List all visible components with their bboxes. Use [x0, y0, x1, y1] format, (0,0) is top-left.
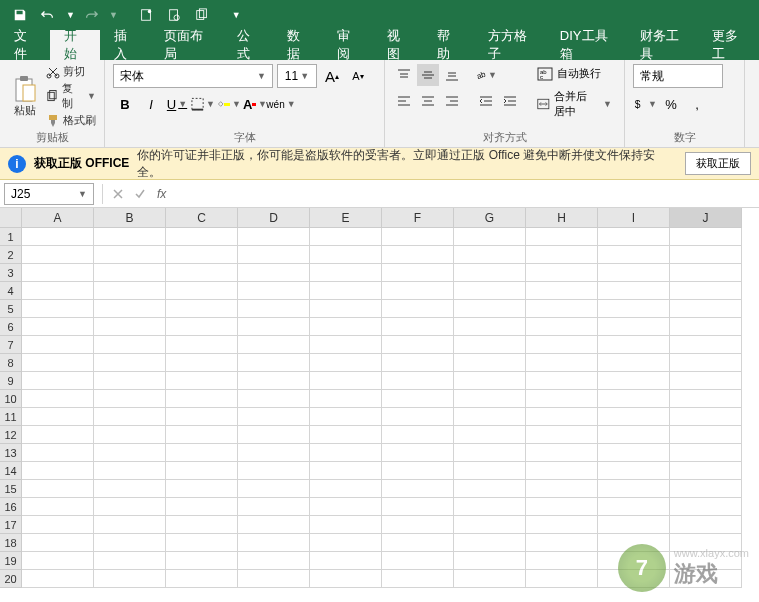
cell-H12[interactable] — [526, 426, 598, 444]
row-header-20[interactable]: 20 — [0, 570, 22, 588]
cell-H1[interactable] — [526, 228, 598, 246]
cell-E18[interactable] — [310, 534, 382, 552]
cell-A10[interactable] — [22, 390, 94, 408]
cell-D19[interactable] — [238, 552, 310, 570]
cell-A7[interactable] — [22, 336, 94, 354]
cell-D18[interactable] — [238, 534, 310, 552]
cell-J14[interactable] — [670, 462, 742, 480]
cell-E16[interactable] — [310, 498, 382, 516]
increase-indent-button[interactable] — [499, 90, 521, 112]
row-header-17[interactable]: 17 — [0, 516, 22, 534]
cell-I2[interactable] — [598, 246, 670, 264]
cell-E10[interactable] — [310, 390, 382, 408]
row-header-10[interactable]: 10 — [0, 390, 22, 408]
cell-I7[interactable] — [598, 336, 670, 354]
cell-B16[interactable] — [94, 498, 166, 516]
cell-B14[interactable] — [94, 462, 166, 480]
cell-E4[interactable] — [310, 282, 382, 300]
cell-H6[interactable] — [526, 318, 598, 336]
cell-G13[interactable] — [454, 444, 526, 462]
align-right-button[interactable] — [441, 90, 463, 112]
decrease-font-button[interactable]: A▾ — [347, 64, 369, 88]
cell-J16[interactable] — [670, 498, 742, 516]
format-painter-button[interactable]: 格式刷 — [46, 113, 96, 128]
cell-F18[interactable] — [382, 534, 454, 552]
cell-B5[interactable] — [94, 300, 166, 318]
font-color-button[interactable]: A ▼ — [243, 92, 267, 116]
cell-H10[interactable] — [526, 390, 598, 408]
cell-D9[interactable] — [238, 372, 310, 390]
cell-J6[interactable] — [670, 318, 742, 336]
cell-J2[interactable] — [670, 246, 742, 264]
cell-G1[interactable] — [454, 228, 526, 246]
cell-F14[interactable] — [382, 462, 454, 480]
cell-A3[interactable] — [22, 264, 94, 282]
comma-button[interactable]: , — [685, 92, 709, 116]
border-button[interactable]: ▼ — [191, 92, 215, 116]
cell-E11[interactable] — [310, 408, 382, 426]
cell-G20[interactable] — [454, 570, 526, 588]
cell-A16[interactable] — [22, 498, 94, 516]
row-header-19[interactable]: 19 — [0, 552, 22, 570]
row-header-6[interactable]: 6 — [0, 318, 22, 336]
cell-A20[interactable] — [22, 570, 94, 588]
cell-B18[interactable] — [94, 534, 166, 552]
cell-F3[interactable] — [382, 264, 454, 282]
cell-B1[interactable] — [94, 228, 166, 246]
cell-C9[interactable] — [166, 372, 238, 390]
cell-D4[interactable] — [238, 282, 310, 300]
tab-data[interactable]: 数据 — [273, 30, 323, 60]
qat-button-1[interactable] — [134, 3, 158, 27]
cell-E2[interactable] — [310, 246, 382, 264]
column-header-H[interactable]: H — [526, 208, 598, 228]
tab-review[interactable]: 审阅 — [323, 30, 373, 60]
cell-B8[interactable] — [94, 354, 166, 372]
cell-B7[interactable] — [94, 336, 166, 354]
cell-E8[interactable] — [310, 354, 382, 372]
row-header-4[interactable]: 4 — [0, 282, 22, 300]
cell-D14[interactable] — [238, 462, 310, 480]
cell-F7[interactable] — [382, 336, 454, 354]
column-header-F[interactable]: F — [382, 208, 454, 228]
cell-J10[interactable] — [670, 390, 742, 408]
column-header-J[interactable]: J — [670, 208, 742, 228]
cell-F8[interactable] — [382, 354, 454, 372]
confirm-formula-button[interactable] — [129, 183, 151, 205]
cell-G10[interactable] — [454, 390, 526, 408]
cell-I5[interactable] — [598, 300, 670, 318]
cell-C16[interactable] — [166, 498, 238, 516]
cell-C5[interactable] — [166, 300, 238, 318]
cell-D16[interactable] — [238, 498, 310, 516]
cell-H11[interactable] — [526, 408, 598, 426]
cell-I14[interactable] — [598, 462, 670, 480]
cell-G12[interactable] — [454, 426, 526, 444]
cell-A14[interactable] — [22, 462, 94, 480]
cell-H8[interactable] — [526, 354, 598, 372]
undo-button[interactable] — [36, 3, 60, 27]
cell-A18[interactable] — [22, 534, 94, 552]
row-header-3[interactable]: 3 — [0, 264, 22, 282]
cell-F17[interactable] — [382, 516, 454, 534]
cut-button[interactable]: 剪切 — [46, 64, 96, 79]
cell-H13[interactable] — [526, 444, 598, 462]
wrap-text-button[interactable]: abc 自动换行 — [533, 64, 616, 83]
cell-G6[interactable] — [454, 318, 526, 336]
cell-B2[interactable] — [94, 246, 166, 264]
row-header-18[interactable]: 18 — [0, 534, 22, 552]
cell-E14[interactable] — [310, 462, 382, 480]
cell-G15[interactable] — [454, 480, 526, 498]
cell-C6[interactable] — [166, 318, 238, 336]
cell-J11[interactable] — [670, 408, 742, 426]
cell-H2[interactable] — [526, 246, 598, 264]
cell-E1[interactable] — [310, 228, 382, 246]
cell-I8[interactable] — [598, 354, 670, 372]
cell-A13[interactable] — [22, 444, 94, 462]
cell-D15[interactable] — [238, 480, 310, 498]
cell-E5[interactable] — [310, 300, 382, 318]
underline-button[interactable]: U▼ — [165, 92, 189, 116]
copy-button[interactable]: 复制▼ — [46, 81, 96, 111]
cell-A17[interactable] — [22, 516, 94, 534]
row-header-14[interactable]: 14 — [0, 462, 22, 480]
align-left-button[interactable] — [393, 90, 415, 112]
cell-B9[interactable] — [94, 372, 166, 390]
